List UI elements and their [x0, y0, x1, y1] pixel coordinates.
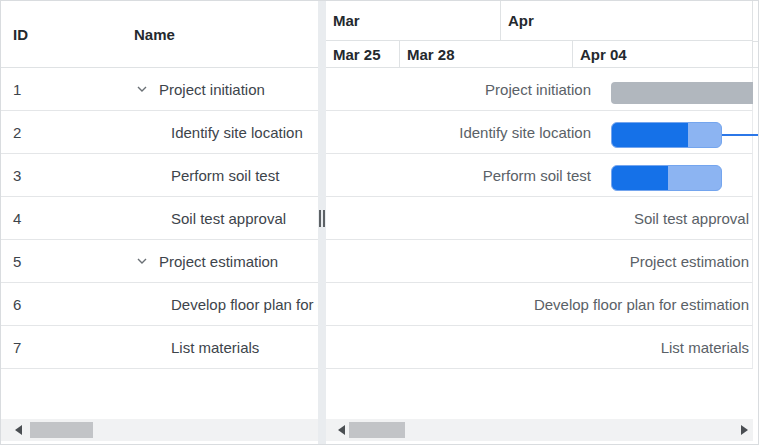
chart-row: Develop floor plan for estimation [326, 283, 753, 326]
scroll-left-arrow-icon[interactable] [338, 425, 345, 435]
row-id-cell: 5 [1, 253, 122, 270]
row-name-cell: Identify site location [122, 124, 318, 141]
taskbar-left-label: Perform soil test [326, 154, 591, 196]
task-name-label: Project estimation [159, 253, 278, 270]
timeline-cell: Apr [501, 1, 753, 41]
task-name-label: List materials [171, 339, 259, 356]
table-row[interactable]: 4 Soil test approval [1, 197, 318, 240]
row-name-cell: Project initiation [122, 81, 318, 98]
dependency-line [722, 134, 759, 136]
row-name-cell: List materials [122, 339, 318, 356]
chart-horizontal-scrollbar[interactable] [326, 419, 753, 441]
task-name-label: Perform soil test [171, 167, 279, 184]
timeline-cell: Mar 28 [400, 41, 573, 68]
table-row[interactable]: 1 Project initiation [1, 68, 318, 111]
row-name-cell: Perform soil test [122, 167, 318, 184]
grid-rows: 1 Project initiation 2 Identify site loc… [1, 68, 318, 369]
parent-taskbar[interactable] [611, 82, 753, 104]
row-id-cell: 7 [1, 339, 122, 356]
chart-row: Soil test approval [326, 197, 753, 240]
row-name-cell: Project estimation [122, 253, 318, 270]
taskbar[interactable] [611, 122, 722, 148]
timeline-cell: Mar [326, 1, 501, 41]
row-id-cell: 6 [1, 296, 122, 313]
row-id-cell: 2 [1, 124, 122, 141]
scrollbar-thumb[interactable] [349, 422, 405, 438]
row-name-cell: Soil test approval [122, 210, 318, 227]
taskbar[interactable] [611, 165, 722, 191]
timeline-cell: Mar 25 [326, 41, 400, 68]
chevron-down-icon[interactable] [134, 253, 150, 269]
taskbar-left-label: List materials [661, 326, 749, 368]
timeline-header-spacer [753, 41, 759, 68]
grid-pane: ID Name 1 Project initiation 2 Identify … [1, 1, 318, 418]
table-row[interactable]: 6 Develop floor plan for estimation [1, 283, 318, 326]
chart-row: Identify site location [326, 111, 753, 154]
taskbar-left-label: Project initiation [326, 68, 591, 110]
chart-rows: Project initiation Identify site locatio… [326, 68, 753, 369]
table-row[interactable]: 3 Perform soil test [1, 154, 318, 197]
row-id-cell: 3 [1, 167, 122, 184]
gantt-widget: ID Name 1 Project initiation 2 Identify … [0, 0, 759, 445]
taskbar-progress[interactable] [612, 166, 668, 190]
task-name-label: Identify site location [171, 124, 303, 141]
splitter[interactable] [318, 1, 326, 444]
chart-row: Project initiation [326, 68, 753, 111]
column-header-id[interactable]: ID [1, 26, 122, 43]
row-id-cell: 1 [1, 81, 122, 98]
table-row[interactable]: 7 List materials [1, 326, 318, 369]
task-name-label: Project initiation [159, 81, 265, 98]
task-name-label: Soil test approval [171, 210, 286, 227]
taskbar-left-label: Identify site location [326, 111, 591, 153]
chart-row: Perform soil test [326, 154, 753, 197]
chart-row: List materials [326, 326, 753, 369]
column-header-name[interactable]: Name [122, 26, 318, 43]
table-row[interactable]: 2 Identify site location [1, 111, 318, 154]
row-name-cell: Develop floor plan for estimation [122, 296, 318, 313]
grid-header: ID Name [1, 1, 318, 68]
taskbar-left-label: Develop floor plan for estimation [534, 283, 749, 325]
grid-horizontal-scrollbar[interactable] [1, 419, 318, 441]
table-row[interactable]: 5 Project estimation [1, 240, 318, 283]
taskbar-left-label: Soil test approval [634, 197, 749, 239]
timeline-cell: Apr 04 [573, 41, 753, 68]
chart-pane: Mar Apr Mar 25 Mar 28 Apr 04 Project ini… [326, 1, 753, 418]
chevron-down-icon[interactable] [134, 81, 150, 97]
taskbar-left-label: Project estimation [630, 240, 749, 282]
scroll-left-arrow-icon[interactable] [15, 425, 22, 435]
row-id-cell: 4 [1, 210, 122, 227]
scroll-right-arrow-icon[interactable] [741, 425, 748, 435]
splitter-handle-icon[interactable] [319, 210, 325, 227]
task-name-label: Develop floor plan for estimation [171, 296, 318, 313]
taskbar-progress[interactable] [612, 123, 688, 147]
scrollbar-thumb[interactable] [30, 422, 93, 438]
chart-row: Project estimation [326, 240, 753, 283]
